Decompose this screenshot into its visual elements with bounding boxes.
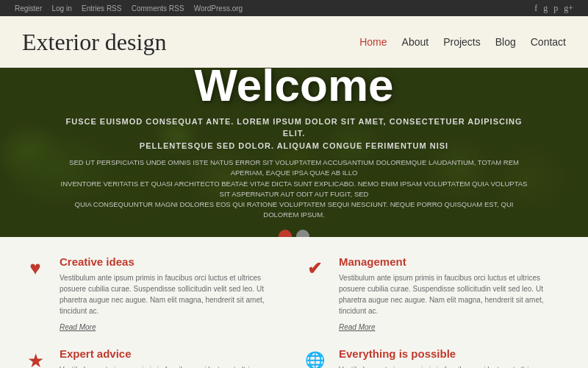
feature-expert-title: Expert advice xyxy=(60,347,287,360)
feature-possible-text: Vestibulum ante ipsum primis in faucibus… xyxy=(339,364,566,368)
topbar-link-entries-rss[interactable]: Entries RSS xyxy=(82,4,121,13)
check-icon xyxy=(301,255,328,282)
instagram-icon[interactable]: g xyxy=(543,3,548,14)
hero-subtitle: FUSCE EUISMOD CONSEQUAT ANTE. LOREM IPSU… xyxy=(59,116,529,152)
feature-possible-body: Everything is possible Vestibulum ante i… xyxy=(339,347,566,368)
feature-creative-text: Vestibulum ante ipsum primis in faucibus… xyxy=(60,272,287,316)
feature-expert-advice: Expert advice Vestibulum ante ipsum prim… xyxy=(22,347,287,368)
top-bar: Register Log in Entries RSS Comments RSS… xyxy=(0,0,588,16)
topbar-link-login[interactable]: Log in xyxy=(52,4,72,13)
feature-management: Management Vestibulum ante ipsum primis … xyxy=(301,255,566,333)
feature-creative-ideas: Creative ideas Vestibulum ante ipsum pri… xyxy=(22,255,287,333)
feature-creative-body: Creative ideas Vestibulum ante ipsum pri… xyxy=(60,255,287,333)
feature-everything-possible: Everything is possible Vestibulum ante i… xyxy=(301,347,566,368)
feature-expert-body: Expert advice Vestibulum ante ipsum prim… xyxy=(60,347,287,368)
pinterest-icon[interactable]: p xyxy=(553,3,558,14)
star-icon xyxy=(22,347,49,368)
site-title: Exterior design xyxy=(22,29,166,56)
hero-body: SED UT PERSPICIATIS UNDE OMNIS ISTE NATU… xyxy=(59,158,529,221)
nav-projects[interactable]: Projects xyxy=(443,36,481,48)
topbar-link-register[interactable]: Register xyxy=(15,4,42,13)
top-bar-links: Register Log in Entries RSS Comments RSS… xyxy=(15,2,250,14)
googleplus-icon[interactable]: g+ xyxy=(564,3,573,14)
hero-dot-1[interactable] xyxy=(279,230,292,238)
globe-icon xyxy=(301,347,328,368)
hero-controls xyxy=(59,230,529,238)
hero-title: Welcome xyxy=(59,68,529,108)
nav-contact[interactable]: Contact xyxy=(531,36,566,48)
hero-dot-2[interactable] xyxy=(296,230,309,238)
social-icons: f g p g+ xyxy=(534,3,573,14)
feature-management-text: Vestibulum ante ipsum primis in faucibus… xyxy=(339,272,566,316)
feature-management-read-more[interactable]: Read More xyxy=(339,323,375,331)
feature-management-body: Management Vestibulum ante ipsum primis … xyxy=(339,255,566,333)
header: Exterior design Home About Projects Blog… xyxy=(0,16,588,68)
facebook-icon[interactable]: f xyxy=(534,3,537,14)
feature-possible-title: Everything is possible xyxy=(339,347,566,360)
nav-home[interactable]: Home xyxy=(359,36,387,48)
feature-creative-read-more[interactable]: Read More xyxy=(60,323,96,331)
feature-management-title: Management xyxy=(339,255,566,268)
hero-section: Welcome FUSCE EUISMOD CONSEQUAT ANTE. LO… xyxy=(0,68,588,237)
hero-content: Welcome FUSCE EUISMOD CONSEQUAT ANTE. LO… xyxy=(0,68,588,237)
topbar-link-wordpress[interactable]: WordPress.org xyxy=(194,4,243,13)
feature-expert-text: Vestibulum ante ipsum primis in faucibus… xyxy=(60,364,287,368)
main-nav: Home About Projects Blog Contact xyxy=(359,36,566,48)
features-section: Creative ideas Vestibulum ante ipsum pri… xyxy=(0,237,588,368)
topbar-link-comments-rss[interactable]: Comments RSS xyxy=(132,4,184,13)
feature-creative-title: Creative ideas xyxy=(60,255,287,268)
nav-blog[interactable]: Blog xyxy=(495,36,516,48)
nav-about[interactable]: About xyxy=(402,36,429,48)
heart-icon xyxy=(22,255,49,282)
